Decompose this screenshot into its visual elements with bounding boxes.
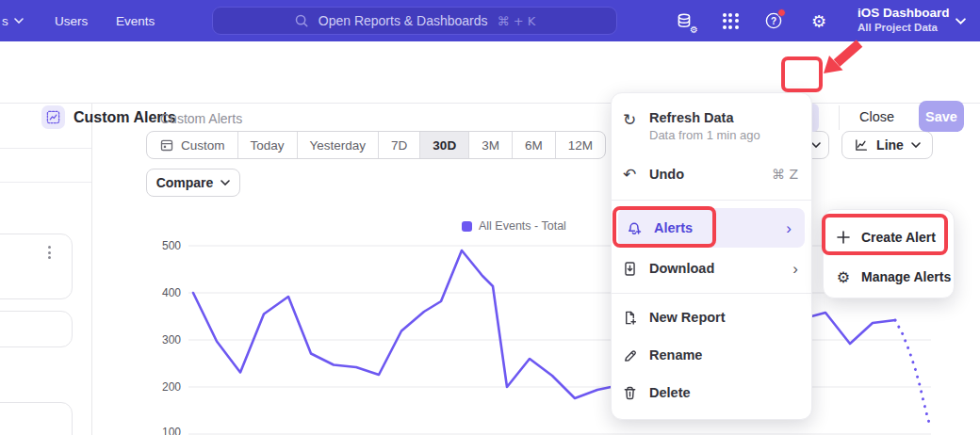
range-yesterday[interactable]: Yesterday xyxy=(298,132,380,158)
svg-text:?: ? xyxy=(771,16,776,26)
sidebar-report-card[interactable] xyxy=(0,234,73,299)
gear-icon: ⚙ xyxy=(835,268,852,285)
project-scope: All Project Data xyxy=(858,21,950,34)
search-shortcut: ⌘ + K xyxy=(498,14,536,28)
search-icon xyxy=(294,13,309,28)
sidebar-report-card[interactable] xyxy=(0,402,73,435)
chevron-down-icon xyxy=(956,18,966,24)
report-options-menu: ↻ Refresh Data Data from 1 min ago ↶ Und… xyxy=(611,92,812,420)
submenu-item-label: Manage Alerts xyxy=(861,269,951,284)
header-divider xyxy=(839,105,840,130)
legend-label: All Events - Total xyxy=(479,219,566,233)
y-axis-tick: 500 xyxy=(143,239,181,252)
menu-item-label: Rename xyxy=(649,347,798,362)
range-7d[interactable]: 7D xyxy=(379,132,420,158)
date-range-selector: Custom Today Yesterday 7D 30D 3M 6M 12M xyxy=(146,131,606,159)
close-button[interactable]: Close xyxy=(859,109,894,124)
project-name: iOS Dashboard xyxy=(858,6,950,21)
submenu-item-create-alert[interactable]: Create Alert xyxy=(824,219,954,255)
bell-plus-icon xyxy=(626,219,643,236)
notification-dot xyxy=(777,8,786,17)
breadcrumb: Custom Alerts xyxy=(160,111,242,126)
save-button[interactable]: Save xyxy=(919,101,964,132)
pencil-icon xyxy=(621,346,638,363)
annotation-arrow xyxy=(808,40,867,83)
y-axis-tick: 200 xyxy=(143,380,181,394)
new-report-icon xyxy=(621,309,638,326)
report-icon xyxy=(41,105,65,129)
undo-shortcut: ⌘ Z xyxy=(772,167,798,182)
chart-legend: All Events - Total xyxy=(462,219,566,233)
submenu-chevron-icon: › xyxy=(792,261,798,277)
menu-item-label: Undo xyxy=(649,167,760,182)
compare-button[interactable]: Compare xyxy=(146,169,240,197)
menu-divider xyxy=(612,293,811,294)
search-placeholder: Open Reports & Dashboards xyxy=(318,13,488,28)
menu-divider xyxy=(612,200,811,201)
chevron-down-icon xyxy=(220,180,230,185)
chart-type-button[interactable]: Line xyxy=(841,131,933,159)
chevron-down-icon xyxy=(811,142,821,148)
menu-item-delete[interactable]: Delete xyxy=(612,376,811,410)
legend-swatch xyxy=(462,221,472,232)
nav-item-events[interactable]: Events xyxy=(116,0,155,41)
range-3m[interactable]: 3M xyxy=(469,132,513,158)
chevron-down-icon xyxy=(911,142,921,148)
y-axis-tick: 100 xyxy=(143,426,181,435)
sidebar-report-card[interactable] xyxy=(0,311,73,347)
refresh-icon: ↻ xyxy=(621,111,638,128)
submenu-item-label: Create Alert xyxy=(861,230,936,245)
range-30d-selected[interactable]: 30D xyxy=(420,132,469,158)
trash-icon xyxy=(621,384,638,401)
data-management-icon[interactable]: ⚙ xyxy=(674,10,694,31)
download-icon xyxy=(621,260,638,277)
submenu-chevron-icon: › xyxy=(786,220,792,236)
top-navigation-bar: s Users Events Open Reports & Dashboards… xyxy=(0,0,980,41)
global-search-input[interactable]: Open Reports & Dashboards ⌘ + K xyxy=(212,7,617,35)
menu-item-refresh-data[interactable]: ↻ Refresh Data Data from 1 min ago xyxy=(612,105,811,148)
apps-grid-icon[interactable] xyxy=(720,10,741,31)
range-12m[interactable]: 12M xyxy=(556,132,605,158)
project-switcher[interactable]: iOS Dashboard All Project Data xyxy=(858,6,950,34)
menu-item-label: Delete xyxy=(649,385,798,400)
left-sidebar xyxy=(0,104,92,435)
chevron-down-icon xyxy=(14,18,24,24)
settings-gear-icon[interactable]: ⚙ xyxy=(808,10,829,31)
line-chart-icon xyxy=(854,137,869,153)
y-axis-tick: 300 xyxy=(143,333,181,346)
undo-icon: ↶ xyxy=(621,166,638,183)
sidebar-divider xyxy=(0,148,91,149)
menu-item-label: Refresh Data xyxy=(649,110,798,125)
nav-item-partial[interactable]: s xyxy=(2,0,24,41)
nav-item-users[interactable]: Users xyxy=(55,0,88,41)
y-axis-tick: 400 xyxy=(143,286,181,299)
menu-item-new-report[interactable]: New Report xyxy=(612,300,811,334)
submenu-item-manage-alerts[interactable]: ⚙ Manage Alerts xyxy=(824,259,954,295)
menu-item-alerts[interactable]: Alerts › xyxy=(618,208,805,248)
menu-item-label: Alerts xyxy=(654,220,775,235)
calendar-icon xyxy=(159,137,174,153)
plus-icon xyxy=(835,229,852,246)
refresh-status-text: Data from 1 min ago xyxy=(649,128,798,142)
alerts-submenu: Create Alert ⚙ Manage Alerts xyxy=(823,209,955,298)
menu-item-download[interactable]: Download › xyxy=(612,251,811,285)
sidebar-divider xyxy=(0,182,91,183)
help-icon[interactable]: ? xyxy=(763,10,784,31)
menu-item-rename[interactable]: Rename xyxy=(612,338,811,372)
range-6m[interactable]: 6M xyxy=(513,132,556,158)
range-custom[interactable]: Custom xyxy=(147,132,238,158)
menu-item-label: Download xyxy=(649,261,781,276)
menu-item-undo[interactable]: ↶ Undo ⌘ Z xyxy=(612,157,811,191)
kebab-menu-icon[interactable] xyxy=(48,246,51,259)
menu-item-label: New Report xyxy=(649,310,798,325)
range-today[interactable]: Today xyxy=(238,132,298,158)
